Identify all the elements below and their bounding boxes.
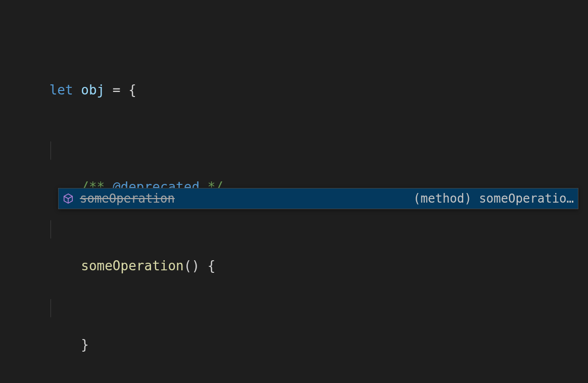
code-line[interactable]: }: [0, 378, 588, 383]
code-editor[interactable]: let obj = { /** @deprecated */ someOpera…: [0, 0, 588, 383]
method-name: someOperation: [81, 258, 184, 273]
indent-guide: [51, 220, 51, 238]
indent-guide: [51, 141, 51, 160]
indent-guide: [51, 299, 51, 317]
code-line[interactable]: }: [0, 299, 588, 317]
suggestion-widget[interactable]: someOperation (method) someOperatio…: [58, 188, 578, 209]
suggestion-label: someOperation: [80, 192, 175, 206]
identifier-obj: obj: [81, 82, 105, 98]
code-line[interactable]: let obj = {: [0, 63, 588, 81]
method-icon: [63, 193, 74, 204]
keyword-let: let: [50, 82, 73, 98]
code-line[interactable]: /** @deprecated */: [0, 141, 588, 160]
suggestion-item[interactable]: someOperation: [59, 188, 331, 209]
suggestion-detail: (method) someOperatio…: [331, 188, 578, 209]
code-line[interactable]: someOperation() {: [0, 220, 588, 238]
